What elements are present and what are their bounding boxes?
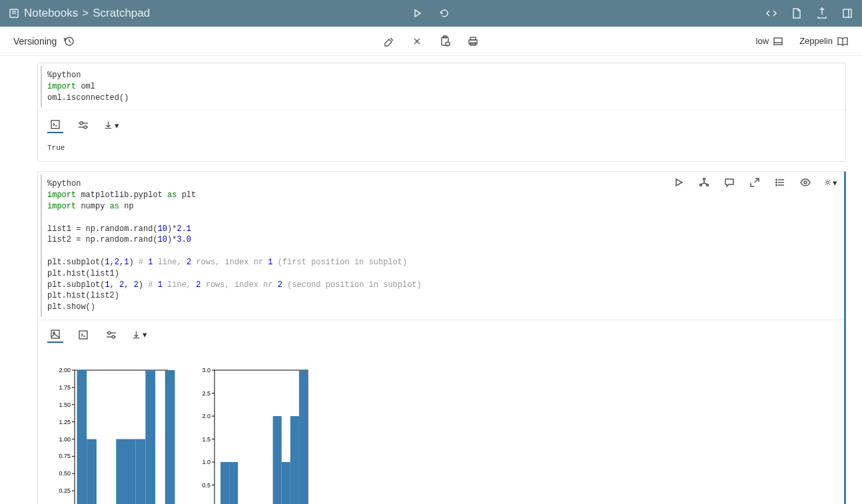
svg-point-39: [776, 182, 777, 184]
svg-rect-89: [229, 462, 238, 504]
svg-rect-90: [273, 416, 282, 504]
print-icon[interactable]: [466, 35, 480, 48]
run-cell-icon[interactable]: [672, 176, 685, 189]
visibility-icon[interactable]: [799, 176, 812, 189]
svg-rect-45: [79, 331, 87, 339]
svg-text:1.25: 1.25: [59, 419, 71, 425]
svg-text:1.5: 1.5: [202, 435, 211, 442]
svg-rect-56: [116, 439, 126, 504]
cell-1-code[interactable]: %python import oml oml.isconnected(): [41, 66, 843, 107]
run-all-icon[interactable]: [411, 7, 424, 20]
notebook-body: %python import oml oml.isconnected() ▾ T…: [0, 56, 862, 504]
svg-point-50: [112, 336, 115, 338]
svg-point-38: [776, 180, 777, 181]
svg-rect-93: [299, 370, 308, 504]
cell-2-output-chart: 0.000.250.500.751.001.251.501.752.000.51…: [38, 347, 844, 504]
svg-line-32: [701, 183, 704, 184]
download-icon[interactable]: ▾: [131, 327, 147, 343]
svg-point-42: [827, 182, 829, 184]
output-tab-image-icon[interactable]: [47, 327, 63, 343]
svg-point-24: [84, 126, 87, 128]
list-icon[interactable]: [773, 176, 787, 189]
expand-icon[interactable]: [748, 176, 761, 189]
dependency-icon[interactable]: [697, 176, 711, 189]
reader-label: Zeppelin: [799, 36, 833, 46]
svg-text:2.0: 2.0: [202, 413, 211, 419]
svg-text:+: +: [447, 42, 449, 46]
output-tab-settings-icon[interactable]: [75, 117, 91, 133]
svg-rect-16: [774, 38, 782, 45]
cell-1-output: True: [38, 137, 845, 161]
svg-point-8: [416, 40, 418, 42]
svg-text:2.00: 2.00: [59, 367, 71, 374]
svg-text:3.0: 3.0: [202, 367, 211, 374]
svg-text:1.0: 1.0: [202, 459, 211, 465]
priority-selector[interactable]: low: [756, 36, 784, 47]
output-tab-settings-icon[interactable]: [103, 327, 119, 343]
svg-rect-57: [126, 439, 136, 504]
svg-text:1.75: 1.75: [59, 384, 71, 391]
clear-output-icon[interactable]: [382, 35, 396, 48]
cell-2-output-tabs: ▾: [38, 320, 844, 347]
svg-rect-19: [51, 121, 59, 128]
svg-marker-27: [676, 179, 682, 186]
notebook-toolbar: Versioning + low Zeppelin: [0, 27, 862, 56]
history-icon[interactable]: [62, 35, 75, 48]
svg-point-44: [53, 332, 55, 334]
cell-2-code[interactable]: %python import matplotlib.pyplot as plt …: [41, 174, 841, 317]
chart-subplot-1: 0.000.250.500.751.001.251.501.752.000.51…: [51, 367, 185, 504]
svg-text:0.75: 0.75: [59, 453, 71, 459]
cell-1-output-tabs: ▾: [38, 110, 845, 137]
svg-text:2.5: 2.5: [202, 389, 211, 396]
reader-selector[interactable]: Zeppelin: [799, 36, 849, 47]
svg-rect-60: [165, 370, 175, 504]
cell-2-toolbar: ▾: [672, 176, 837, 189]
breadcrumb-sep: >: [82, 7, 89, 20]
output-tab-text-icon[interactable]: [47, 117, 63, 133]
clipboard-icon[interactable]: +: [438, 35, 452, 48]
cell-2: ▾ %python import matplotlib.pyplot as pl…: [37, 171, 846, 504]
versioning-label[interactable]: Versioning: [13, 36, 57, 47]
comment-icon[interactable]: [723, 176, 736, 189]
breadcrumb: Notebooks > Scratchpad: [8, 7, 150, 20]
top-app-bar: Notebooks > Scratchpad: [0, 0, 862, 27]
svg-marker-3: [415, 10, 420, 17]
svg-rect-59: [145, 370, 155, 504]
svg-rect-4: [843, 9, 851, 17]
panel-icon[interactable]: [841, 7, 854, 20]
svg-line-7: [390, 38, 393, 41]
cell-settings-icon[interactable]: ▾: [824, 176, 837, 189]
export-icon[interactable]: [815, 7, 829, 20]
svg-line-33: [704, 183, 707, 184]
svg-text:0.5: 0.5: [202, 481, 211, 488]
cell-1: %python import oml oml.isconnected() ▾ T…: [37, 63, 846, 162]
download-icon[interactable]: ▾: [103, 117, 119, 133]
chart-subplot-2: 0.00.51.01.52.02.53.00.00.51.01.52.02.53…: [191, 367, 324, 504]
svg-line-34: [755, 178, 759, 182]
priority-label: low: [756, 36, 769, 46]
breadcrumb-root[interactable]: Notebooks: [24, 7, 78, 20]
svg-rect-14: [470, 37, 476, 40]
svg-rect-92: [290, 416, 299, 504]
svg-rect-91: [282, 462, 290, 504]
output-tab-text-icon[interactable]: [75, 327, 91, 343]
svg-text:0.50: 0.50: [59, 470, 71, 477]
refresh-icon[interactable]: [438, 7, 451, 20]
svg-point-48: [108, 332, 111, 334]
document-icon[interactable]: [790, 7, 803, 20]
code-icon[interactable]: [765, 7, 778, 20]
svg-rect-88: [220, 462, 229, 504]
breadcrumb-leaf: Scratchpad: [93, 7, 150, 20]
svg-point-40: [776, 185, 777, 186]
svg-rect-58: [136, 439, 146, 504]
svg-rect-54: [77, 370, 87, 504]
svg-text:1.50: 1.50: [59, 401, 71, 408]
svg-rect-55: [87, 439, 97, 504]
svg-text:1.00: 1.00: [59, 435, 71, 442]
svg-text:0.25: 0.25: [59, 487, 71, 494]
svg-point-41: [804, 181, 807, 184]
magic-icon[interactable]: [410, 35, 424, 48]
notebook-icon: [8, 7, 20, 19]
svg-point-22: [80, 122, 83, 125]
